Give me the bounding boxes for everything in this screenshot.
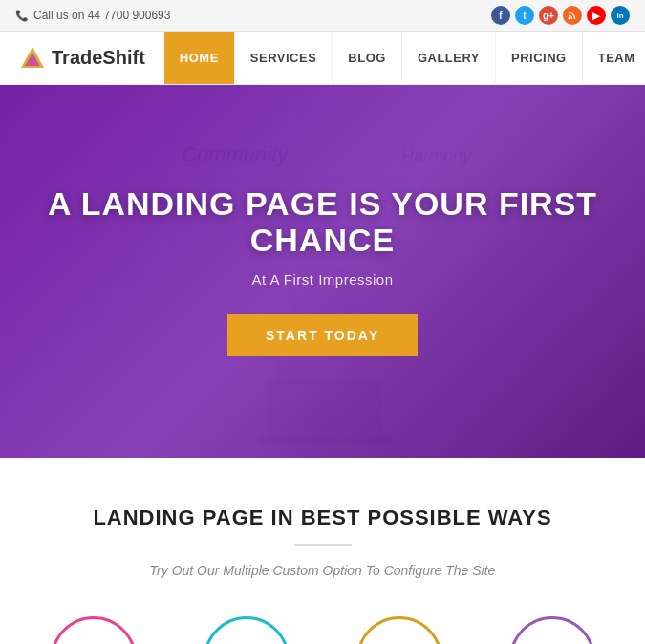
hero-cta-button[interactable]: START TODAY (227, 314, 418, 356)
logo-icon (19, 45, 46, 72)
navbar: TradeShift HOME SERVICES BLOG GALLERY PR… (0, 32, 645, 85)
email-marketing-icon-wrap (356, 616, 442, 644)
features-grid: CUSTOM LANDING PAGE GENERATE LEADS (19, 616, 626, 644)
youtube-icon[interactable]: ▶ (587, 6, 606, 25)
features-section: LANDING PAGE IN BEST POSSIBLE WAYS Try O… (0, 458, 645, 644)
rss-icon[interactable] (563, 6, 582, 25)
facebook-icon[interactable]: f (491, 6, 510, 25)
nav-item-home[interactable]: HOME (164, 32, 235, 84)
social-icons-bar: f t g+ ▶ in (491, 6, 630, 25)
phone-text: Call us on 44 7700 900693 (33, 9, 170, 22)
logo-text: TradeShift (52, 47, 145, 69)
svg-rect-3 (30, 58, 35, 66)
top-bar: 📞 Call us on 44 7700 900693 f t g+ ▶ in (0, 0, 645, 32)
nav-item-pricing[interactable]: PRICING (496, 32, 583, 84)
nav-item-services[interactable]: SERVICES (235, 32, 333, 84)
feature-social-integration: SOCIAL INTEGRATION (490, 616, 614, 644)
nav-item-gallery[interactable]: GALLERY (402, 32, 496, 84)
google-plus-icon[interactable]: g+ (539, 6, 558, 25)
linkedin-icon[interactable]: in (611, 6, 630, 25)
nav-item-blog[interactable]: BLOG (333, 32, 402, 84)
generate-leads-icon-wrap (204, 616, 290, 644)
logo[interactable]: TradeShift (0, 45, 164, 72)
nav-item-team[interactable]: TEAM (583, 32, 645, 84)
custom-landing-icon-wrap (51, 616, 137, 644)
hero-content: A LANDING PAGE IS YOUR FIRST CHANCE At A… (0, 186, 645, 356)
feature-email-marketing: EMAIL MARKETING (337, 616, 462, 644)
social-integration-icon-wrap (509, 616, 595, 644)
twitter-icon[interactable]: t (515, 6, 534, 25)
hero-title: A LANDING PAGE IS YOUR FIRST CHANCE (38, 186, 607, 258)
features-title: LANDING PAGE IN BEST POSSIBLE WAYS (19, 505, 626, 530)
nav-menu: HOME SERVICES BLOG GALLERY PRICING TEAM … (164, 32, 645, 84)
hero-subtitle: At A First Impression (38, 271, 607, 288)
features-subtitle: Try Out Our Multiple Custom Option To Co… (19, 563, 626, 578)
feature-custom-landing: CUSTOM LANDING PAGE (32, 616, 156, 644)
feature-generate-leads: GENERATE LEADS (184, 616, 309, 644)
hero-section: Community Harmony Inspiring TT-Tracks A … (0, 85, 645, 458)
phone-info: 📞 Call us on 44 7700 900693 (15, 9, 170, 22)
features-divider (294, 544, 352, 546)
svg-point-0 (569, 17, 571, 20)
phone-icon: 📞 (15, 10, 29, 22)
